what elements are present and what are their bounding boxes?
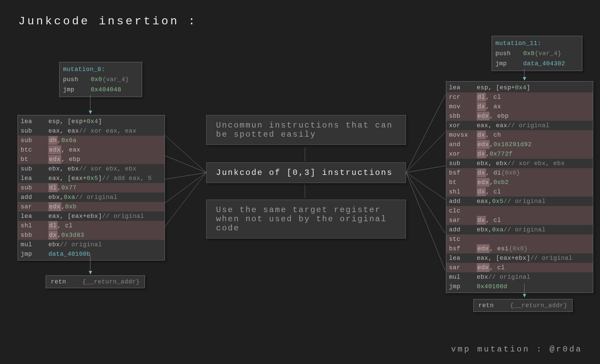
operand: , eax — [60, 127, 79, 135]
mnemonic: lea — [21, 174, 48, 183]
operand: eax — [48, 174, 60, 183]
svg-line-10 — [406, 173, 445, 271]
asm-row: subdl, 0x77 — [18, 183, 165, 192]
operand: dx — [477, 131, 486, 139]
asm-row: leaesp, [esp+0x4] — [18, 117, 165, 126]
mnemonic: lea — [21, 212, 48, 221]
mnemonic: stc — [449, 235, 477, 244]
asm-row: leaeax, [eax+0x5] // add eax, 5 — [18, 174, 165, 183]
operand: {var_4} — [535, 49, 561, 58]
arrow-connector — [524, 69, 524, 80]
retn-mnem: retn — [478, 302, 506, 309]
asm-row: movsxdx, ch — [446, 130, 593, 140]
svg-line-3 — [165, 173, 206, 203]
mnemonic: jmp — [449, 282, 477, 291]
mnemonic: mul — [21, 240, 48, 249]
operand: ebx — [477, 273, 488, 281]
operand: 0x0 — [91, 75, 102, 84]
operand: 0xa — [64, 193, 75, 202]
operand: , ax — [486, 102, 501, 111]
asm-row: leaesp, [esp+0x4] — [446, 83, 593, 92]
operand: 0x4 — [515, 83, 527, 92]
operand: 0xb2 — [493, 178, 509, 187]
operand: dx — [477, 216, 486, 225]
operand: data_404302 — [523, 59, 565, 68]
operand: , cl — [58, 221, 73, 230]
operand: // xor eax, eax — [79, 127, 136, 135]
mnemonic: shl — [21, 221, 48, 230]
operand: , cl — [486, 216, 501, 225]
asm-row: mulebx // original — [446, 272, 593, 282]
operand: 0x0 — [523, 49, 535, 58]
operand: dl — [48, 183, 58, 192]
mnemonic: mov — [449, 102, 477, 111]
operand: dh — [48, 136, 58, 145]
mnemonic: sbb — [21, 231, 48, 240]
operand: , [eax+ — [60, 174, 87, 183]
mnemonic: lea — [449, 83, 477, 92]
operand: edx — [477, 112, 490, 120]
operand: esp — [477, 83, 488, 92]
asm-row: bsfedx, esi {0x0} — [446, 244, 593, 253]
operand: 0x16291d92 — [493, 140, 532, 149]
operand: dx — [477, 150, 486, 158]
asm-row: saredx, 0xb — [18, 202, 165, 211]
arrow-connector — [90, 255, 90, 274]
mnemonic: jmp — [495, 59, 523, 68]
note-top: Uncommun instructions that can be spotte… — [206, 115, 406, 145]
mnemonic: clc — [449, 206, 477, 215]
mnemonic: mul — [449, 273, 477, 281]
operand: {0x0} — [509, 244, 528, 253]
operand: eax — [477, 254, 488, 263]
mnemonic: sub — [449, 159, 477, 168]
operand: , [eax+ebx] — [60, 212, 102, 221]
retn-arg: {__return_addr} — [510, 302, 567, 309]
operand: ebx — [48, 193, 60, 202]
operand: ] — [98, 174, 102, 183]
operand: dl — [48, 221, 58, 230]
asm-row: btedx, 0xb2 — [446, 178, 593, 187]
retn-mnem: retn — [51, 278, 79, 285]
operand: , — [60, 193, 64, 202]
asm-row: mulebx // original — [18, 240, 165, 249]
mnemonic: jmp — [21, 250, 48, 258]
page-title: Junkcode insertion : — [18, 15, 197, 28]
asm-row: subebx, ebx // xor ebx, ebx — [446, 159, 593, 168]
asm-row: xoreax, eax // original — [446, 121, 593, 130]
mnemonic: push — [63, 75, 91, 84]
svg-line-1 — [165, 156, 206, 173]
operand: dx — [477, 102, 486, 111]
operand: , — [58, 136, 61, 145]
mnemonic: bt — [449, 178, 477, 187]
mnemonic: movsx — [449, 131, 477, 139]
operand: eax — [48, 212, 60, 221]
operand: , cl — [490, 263, 505, 272]
mnemonic: bt — [21, 155, 48, 164]
operand: , ebp — [61, 155, 81, 164]
asm-row: shldl, cl — [18, 221, 165, 230]
asm-row: subeax, eax // xor eax, eax — [18, 126, 165, 136]
svg-line-2 — [165, 173, 206, 179]
asm-row: btedx, ebp — [18, 155, 165, 164]
operand: , [eax+ebx] — [488, 254, 530, 263]
svg-line-7 — [406, 166, 445, 173]
svg-line-9 — [406, 173, 445, 233]
left-body-block: leaesp, [esp+0x4]subeax, eax // xor eax,… — [18, 115, 165, 260]
operand: 0xa — [492, 225, 503, 234]
operand: 0xb — [65, 202, 77, 211]
operand: edx — [477, 178, 490, 187]
operand: , ch — [486, 131, 501, 139]
operand: ebx — [477, 159, 488, 168]
mnemonic: push — [495, 49, 523, 58]
mnemonic: sub — [21, 136, 48, 145]
mnemonic: add — [449, 197, 477, 206]
asm-row: jmp0x404048 — [60, 85, 142, 95]
operand: // xor ebx, ebx — [507, 159, 565, 168]
asm-row: addeax, 0x5 // original — [446, 197, 593, 206]
asm-row: stc — [446, 234, 593, 244]
operand: 0x3d83 — [61, 231, 84, 240]
mnemonic: add — [21, 193, 48, 202]
operand: // original — [75, 193, 117, 202]
mnemonic: bsf — [449, 168, 477, 177]
asm-row: push0x0 {var_4} — [60, 74, 142, 85]
